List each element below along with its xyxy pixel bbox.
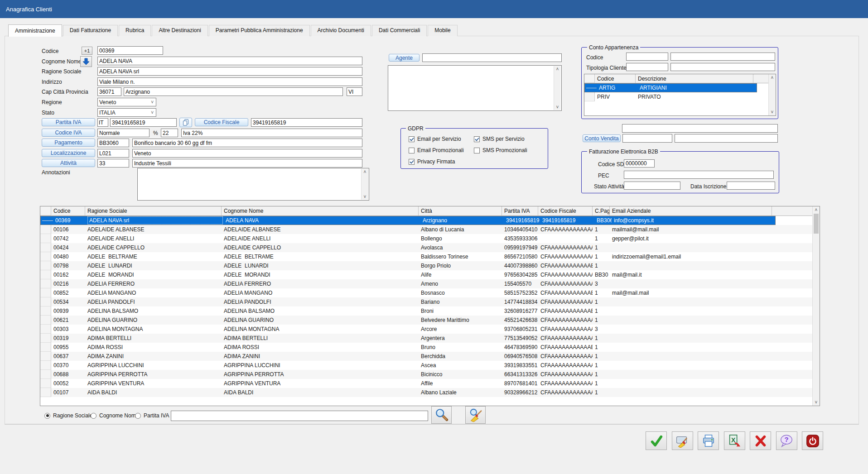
customer-row[interactable]: 00107AIDA BALDIAIDA BALDIAlbano Laziale9… xyxy=(40,388,820,397)
conto-vendita-button[interactable]: Conto Vendita xyxy=(583,134,621,142)
row-header-cell[interactable] xyxy=(584,92,595,101)
checkbox-sms-promozionali[interactable]: SMS Promozionali xyxy=(474,147,527,153)
row-header-cell[interactable] xyxy=(40,352,51,361)
data-iscrizione-input[interactable] xyxy=(727,182,775,190)
indirizzo-input[interactable] xyxy=(97,77,362,86)
ragione-sociale-input[interactable] xyxy=(97,67,362,76)
print-button[interactable] xyxy=(698,431,719,450)
radio-circle[interactable] xyxy=(91,413,96,419)
attivita-button[interactable]: Attività xyxy=(42,159,95,167)
regione-select[interactable]: Veneto ˅ xyxy=(97,98,156,106)
agente-listbox[interactable]: ˄ ˅ xyxy=(388,65,562,111)
customer-row[interactable]: 00798ADELE LUNARDIADELE LUNARDIBorgo Pri… xyxy=(40,261,820,270)
help-button[interactable]: ? xyxy=(776,431,797,450)
row-header-cell[interactable] xyxy=(40,343,51,352)
customer-row[interactable]: 00162ADELE MORANDIADELE MORANDIAlife9765… xyxy=(40,270,820,279)
table-row[interactable]: ARTIGARTIGIANI xyxy=(584,83,757,92)
scroll-up-icon[interactable]: ˄ xyxy=(813,207,820,213)
customer-row[interactable]: 00424ADELAIDE CAPPELLOADELAIDE CAPPELLOA… xyxy=(40,243,820,252)
tab-archivio-documenti[interactable]: Archivio Documenti xyxy=(311,25,371,36)
tab-mobile[interactable]: Mobile xyxy=(428,25,457,36)
scrollbar-thumb[interactable] xyxy=(814,214,819,234)
checkbox-box[interactable] xyxy=(409,136,415,142)
customers-table[interactable]: ˄ ˅ CodiceRagione SocialeCognome NomeCit… xyxy=(40,206,820,406)
citta-input[interactable] xyxy=(124,87,343,96)
scroll-down-icon[interactable]: ˅ xyxy=(769,109,776,115)
cap-input[interactable] xyxy=(97,87,121,96)
checkbox-box[interactable] xyxy=(409,159,415,165)
column-header-descrizione[interactable]: Descrizione xyxy=(636,74,753,83)
row-header-cell[interactable] xyxy=(40,234,51,243)
tab-dati-commerciali[interactable]: Dati Commerciali xyxy=(372,25,427,36)
radio-ragione-sociale[interactable]: Ragione Sociale xyxy=(44,412,92,419)
localizzazione-button[interactable]: Localizzazione xyxy=(42,149,95,157)
checkbox-box[interactable] xyxy=(474,136,480,142)
tab-dati-fatturazione[interactable]: Dati Fatturazione xyxy=(63,25,118,36)
agente-button[interactable]: Agente xyxy=(389,54,420,62)
delete-button[interactable] xyxy=(750,431,771,450)
pec-input[interactable] xyxy=(624,171,774,179)
customer-row[interactable]: 00621ADELINA GUARINOADELINA GUARINOBelve… xyxy=(40,316,820,325)
radio-cognome-nome[interactable]: Cognome Nome xyxy=(91,412,139,419)
tab-parametri-pubblica-amministrazione[interactable]: Parametri Pubblica Amministrazione xyxy=(209,25,310,36)
codice-sdi-input[interactable] xyxy=(624,159,655,168)
tab-rubrica[interactable]: Rubrica xyxy=(119,25,151,36)
checkbox-privacy-firmata[interactable]: Privacy Firmata xyxy=(409,158,455,165)
attivita-code-input[interactable] xyxy=(97,159,129,168)
customer-row[interactable]: 00742ADELAIDE ANELLIADELAIDE ANELLIBolle… xyxy=(40,234,820,243)
column-header-codice[interactable]: Codice xyxy=(595,74,636,83)
row-header-cell[interactable] xyxy=(40,379,51,388)
row-header-cell[interactable] xyxy=(40,334,51,343)
exit-button[interactable] xyxy=(802,431,823,450)
conto-extra-input[interactable] xyxy=(622,124,778,133)
partita-iva-button[interactable]: Partita IVA xyxy=(42,118,95,126)
customer-row[interactable]: 00370AGRIPPINA LUCCHINIAGRIPPINA LUCCHIN… xyxy=(40,361,820,370)
customer-row[interactable]: 00106ADELAIDE ALBANESEADELAIDE ALBANESEA… xyxy=(40,225,820,234)
row-header-cell[interactable] xyxy=(40,243,51,252)
codice-fiscale-button[interactable]: Codice Fiscale xyxy=(195,118,248,126)
row-header-cell[interactable] xyxy=(40,270,51,279)
column-header-citt[interactable]: Città xyxy=(419,206,502,215)
radio-circle[interactable] xyxy=(44,413,50,419)
customer-row[interactable]: 00052AGRIPPINA VENTURAAGRIPPINA VENTURAA… xyxy=(40,379,820,388)
customer-row[interactable]: 00688AGRIPPINA PERROTTAAGRIPPINA PERROTT… xyxy=(40,370,820,379)
row-header-cell[interactable] xyxy=(40,325,51,334)
tab-altre-destinazioni[interactable]: Altre Destinazioni xyxy=(152,25,207,36)
provincia-input[interactable] xyxy=(347,87,362,96)
codice-iva-button[interactable]: Codice IVA xyxy=(42,129,95,137)
table-row[interactable]: PRIVPRIVATO xyxy=(584,92,776,101)
row-header-cell[interactable] xyxy=(40,288,51,297)
column-header-codice-fiscale[interactable]: Codice Fiscale xyxy=(538,206,593,215)
conto-appartenenza-table[interactable]: ˄ ˅ CodiceDescrizioneARTIGARTIGIANIEDILE… xyxy=(584,74,776,116)
row-header-cell[interactable] xyxy=(40,225,51,234)
agente-input[interactable] xyxy=(422,53,562,62)
conto-codice-input[interactable] xyxy=(626,53,668,61)
scroll-down-icon[interactable]: ˅ xyxy=(813,399,820,405)
conto-table-scrollbar[interactable]: ˄ ˅ xyxy=(768,74,776,115)
tab-amministrazione[interactable]: Amministrazione xyxy=(8,24,62,37)
localizzazione-code-input[interactable] xyxy=(97,149,129,158)
checkbox-email-per-servizio[interactable]: Email per Servizio xyxy=(409,136,461,142)
checkbox-box[interactable] xyxy=(409,148,415,153)
cognome-nome-input[interactable] xyxy=(97,57,362,65)
copy-piva-button[interactable] xyxy=(179,118,192,127)
row-header-cell[interactable] xyxy=(40,297,51,306)
conto-vendita-code-input[interactable] xyxy=(622,134,672,143)
column-header-email-aziendale[interactable]: Email Aziendale xyxy=(610,206,772,215)
column-header-ragione-sociale[interactable]: Ragione Sociale xyxy=(85,206,222,215)
copy-name-down-button[interactable] xyxy=(80,56,92,67)
customer-row[interactable]: 00955ADIMA ROSSIADIMA ROSSIBruno46478369… xyxy=(40,343,820,352)
iva-prefix-input[interactable] xyxy=(97,118,108,127)
listbox-scrollbar[interactable]: ˄ ˅ xyxy=(554,66,561,110)
column-header-c-pag[interactable]: C.Pag. xyxy=(593,206,610,215)
row-header-cell[interactable] xyxy=(40,361,51,370)
iva-percent-input[interactable] xyxy=(161,129,178,137)
codice-fiscale-input[interactable] xyxy=(251,118,362,127)
row-header-cell[interactable] xyxy=(40,370,51,379)
customer-row[interactable]: 00216ADELIA FERREROADELIA FERREROAmeno15… xyxy=(40,279,820,288)
search-input[interactable] xyxy=(171,411,428,421)
stato-attivita-input[interactable] xyxy=(624,182,680,190)
customer-row[interactable]: 00637ADIMA ZANINIADIMA ZANINIBerchidda06… xyxy=(40,352,820,361)
checkbox-email-promozionali[interactable]: Email Promozionali xyxy=(409,147,464,153)
scroll-up-icon[interactable]: ˄ xyxy=(554,66,561,72)
